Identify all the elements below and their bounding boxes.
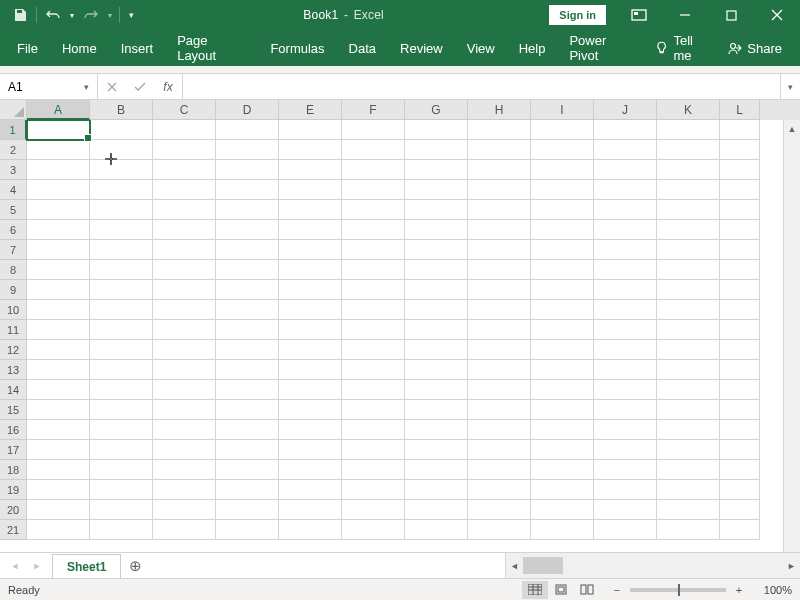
cell-B17[interactable] bbox=[90, 440, 153, 460]
zoom-value[interactable]: 100% bbox=[752, 584, 792, 596]
cell-L14[interactable] bbox=[720, 380, 760, 400]
cell-J11[interactable] bbox=[594, 320, 657, 340]
cell-G13[interactable] bbox=[405, 360, 468, 380]
cell-K6[interactable] bbox=[657, 220, 720, 240]
redo-dropdown[interactable]: ▾ bbox=[105, 3, 115, 27]
cell-G10[interactable] bbox=[405, 300, 468, 320]
cell-B12[interactable] bbox=[90, 340, 153, 360]
cell-I5[interactable] bbox=[531, 200, 594, 220]
cell-A16[interactable] bbox=[27, 420, 90, 440]
normal-view-button[interactable] bbox=[522, 581, 548, 599]
cell-L2[interactable] bbox=[720, 140, 760, 160]
cell-F1[interactable] bbox=[342, 120, 405, 140]
cell-F17[interactable] bbox=[342, 440, 405, 460]
cell-C14[interactable] bbox=[153, 380, 216, 400]
cell-F13[interactable] bbox=[342, 360, 405, 380]
cell-I10[interactable] bbox=[531, 300, 594, 320]
cell-D7[interactable] bbox=[216, 240, 279, 260]
column-header-f[interactable]: F bbox=[342, 100, 405, 120]
cell-I16[interactable] bbox=[531, 420, 594, 440]
cell-J14[interactable] bbox=[594, 380, 657, 400]
cell-I17[interactable] bbox=[531, 440, 594, 460]
cell-C10[interactable] bbox=[153, 300, 216, 320]
cell-H9[interactable] bbox=[468, 280, 531, 300]
cell-K19[interactable] bbox=[657, 480, 720, 500]
cell-A12[interactable] bbox=[27, 340, 90, 360]
formula-bar-expand[interactable]: ▾ bbox=[780, 74, 800, 99]
cell-G18[interactable] bbox=[405, 460, 468, 480]
cell-B15[interactable] bbox=[90, 400, 153, 420]
column-header-j[interactable]: J bbox=[594, 100, 657, 120]
cell-I6[interactable] bbox=[531, 220, 594, 240]
cell-A21[interactable] bbox=[27, 520, 90, 540]
cell-F12[interactable] bbox=[342, 340, 405, 360]
cell-A5[interactable] bbox=[27, 200, 90, 220]
zoom-in-button[interactable]: + bbox=[732, 584, 746, 596]
row-header-19[interactable]: 19 bbox=[0, 480, 27, 500]
cell-H1[interactable] bbox=[468, 120, 531, 140]
cell-E11[interactable] bbox=[279, 320, 342, 340]
cell-A15[interactable] bbox=[27, 400, 90, 420]
cell-B9[interactable] bbox=[90, 280, 153, 300]
cell-I9[interactable] bbox=[531, 280, 594, 300]
scroll-left-button[interactable]: ◄ bbox=[506, 561, 523, 571]
ribbon-options-button[interactable] bbox=[616, 0, 662, 30]
cell-G6[interactable] bbox=[405, 220, 468, 240]
cell-H12[interactable] bbox=[468, 340, 531, 360]
row-header-14[interactable]: 14 bbox=[0, 380, 27, 400]
cell-F14[interactable] bbox=[342, 380, 405, 400]
cell-B2[interactable] bbox=[90, 140, 153, 160]
cell-J7[interactable] bbox=[594, 240, 657, 260]
cell-G3[interactable] bbox=[405, 160, 468, 180]
cell-B10[interactable] bbox=[90, 300, 153, 320]
row-header-16[interactable]: 16 bbox=[0, 420, 27, 440]
cell-F3[interactable] bbox=[342, 160, 405, 180]
cell-F7[interactable] bbox=[342, 240, 405, 260]
cell-J5[interactable] bbox=[594, 200, 657, 220]
cell-L3[interactable] bbox=[720, 160, 760, 180]
cell-I15[interactable] bbox=[531, 400, 594, 420]
cell-L16[interactable] bbox=[720, 420, 760, 440]
cell-L17[interactable] bbox=[720, 440, 760, 460]
cell-K21[interactable] bbox=[657, 520, 720, 540]
cell-A18[interactable] bbox=[27, 460, 90, 480]
cell-L5[interactable] bbox=[720, 200, 760, 220]
cell-H7[interactable] bbox=[468, 240, 531, 260]
cell-J4[interactable] bbox=[594, 180, 657, 200]
cell-I20[interactable] bbox=[531, 500, 594, 520]
cell-B8[interactable] bbox=[90, 260, 153, 280]
cell-D6[interactable] bbox=[216, 220, 279, 240]
cell-G17[interactable] bbox=[405, 440, 468, 460]
zoom-slider[interactable] bbox=[630, 588, 726, 592]
cell-C19[interactable] bbox=[153, 480, 216, 500]
cell-E18[interactable] bbox=[279, 460, 342, 480]
new-sheet-button[interactable]: ⊕ bbox=[121, 553, 149, 578]
cell-E12[interactable] bbox=[279, 340, 342, 360]
cell-K17[interactable] bbox=[657, 440, 720, 460]
cell-G9[interactable] bbox=[405, 280, 468, 300]
cell-L8[interactable] bbox=[720, 260, 760, 280]
cell-G20[interactable] bbox=[405, 500, 468, 520]
cell-J15[interactable] bbox=[594, 400, 657, 420]
cell-G8[interactable] bbox=[405, 260, 468, 280]
cell-A4[interactable] bbox=[27, 180, 90, 200]
cell-H5[interactable] bbox=[468, 200, 531, 220]
cell-A2[interactable] bbox=[27, 140, 90, 160]
cell-K9[interactable] bbox=[657, 280, 720, 300]
cell-J18[interactable] bbox=[594, 460, 657, 480]
sheet-nav-prev[interactable]: ◄ bbox=[6, 561, 24, 571]
cell-C7[interactable] bbox=[153, 240, 216, 260]
sign-in-button[interactable]: Sign in bbox=[549, 5, 606, 25]
cell-E1[interactable] bbox=[279, 120, 342, 140]
cell-K15[interactable] bbox=[657, 400, 720, 420]
cell-K10[interactable] bbox=[657, 300, 720, 320]
cell-D15[interactable] bbox=[216, 400, 279, 420]
cell-J6[interactable] bbox=[594, 220, 657, 240]
column-header-e[interactable]: E bbox=[279, 100, 342, 120]
cell-K2[interactable] bbox=[657, 140, 720, 160]
cell-H4[interactable] bbox=[468, 180, 531, 200]
cell-G12[interactable] bbox=[405, 340, 468, 360]
row-header-7[interactable]: 7 bbox=[0, 240, 27, 260]
cell-I12[interactable] bbox=[531, 340, 594, 360]
cell-J3[interactable] bbox=[594, 160, 657, 180]
